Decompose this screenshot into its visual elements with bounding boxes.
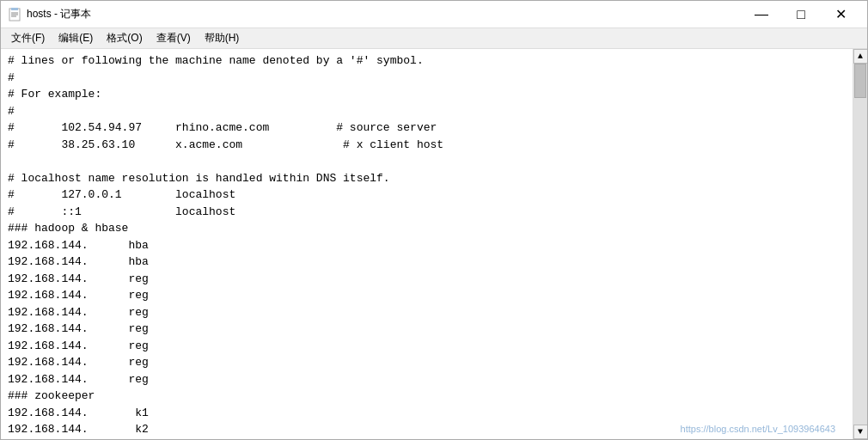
menu-bar: 文件(F) 编辑(E) 格式(O) 查看(V) 帮助(H) — [1, 28, 867, 49]
main-window: hosts - 记事本 — □ ✕ 文件(F) 编辑(E) 格式(O) 查看(V… — [0, 0, 868, 440]
menu-file[interactable]: 文件(F) — [4, 29, 52, 47]
window-title: hosts - 记事本 — [27, 7, 91, 21]
title-bar: hosts - 记事本 — □ ✕ — [1, 1, 867, 28]
scroll-down-arrow[interactable]: ▼ — [853, 425, 868, 439]
text-editor[interactable]: # lines or following the machine name de… — [1, 49, 853, 439]
menu-format[interactable]: 格式(O) — [100, 29, 149, 47]
menu-view[interactable]: 查看(V) — [150, 29, 198, 47]
editor-text: # lines or following the machine name de… — [8, 52, 846, 439]
window-controls: — □ ✕ — [742, 1, 860, 28]
scroll-track[interactable] — [853, 64, 867, 425]
notepad-icon — [8, 8, 21, 21]
watermark: https://blog.csdn.net/Lv_1093964643 — [681, 424, 835, 434]
scroll-thumb[interactable] — [854, 64, 866, 98]
close-button[interactable]: ✕ — [821, 1, 860, 28]
menu-help[interactable]: 帮助(H) — [198, 29, 247, 47]
content-area: # lines or following the machine name de… — [1, 49, 867, 439]
vertical-scrollbar[interactable]: ▲ ▼ — [853, 49, 867, 439]
maximize-button[interactable]: □ — [781, 1, 821, 28]
scroll-up-arrow[interactable]: ▲ — [853, 49, 868, 64]
menu-edit[interactable]: 编辑(E) — [52, 29, 100, 47]
title-bar-left: hosts - 记事本 — [8, 7, 91, 21]
svg-rect-1 — [11, 8, 18, 10]
minimize-button[interactable]: — — [742, 1, 781, 28]
